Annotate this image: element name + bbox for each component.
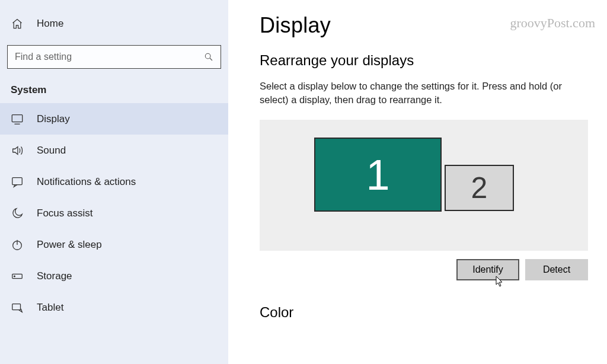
tablet-icon (11, 301, 24, 314)
sidebar-item-label: Sound (37, 145, 66, 157)
sound-icon (11, 144, 24, 157)
sidebar-item-label: Power & sleep (37, 239, 102, 251)
detect-button-label: Detect (543, 264, 570, 275)
storage-icon (11, 270, 24, 283)
display-arrangement-canvas[interactable]: 1 2 (260, 120, 588, 251)
monitor-1[interactable]: 1 (314, 138, 442, 212)
power-icon (11, 238, 24, 251)
home-label: Home (37, 18, 63, 30)
color-heading: Color (260, 304, 595, 321)
sidebar-item-label: Notifications & actions (37, 176, 136, 188)
sidebar-item-label: Display (37, 113, 70, 125)
rearrange-description: Select a display below to change the set… (260, 79, 592, 107)
sidebar-item-notifications[interactable]: Notifications & actions (0, 166, 228, 197)
sidebar-item-power-sleep[interactable]: Power & sleep (0, 229, 228, 260)
display-button-row: Identify Detect (260, 259, 588, 280)
sidebar-item-label: Focus assist (37, 207, 92, 219)
svg-line-1 (210, 58, 212, 60)
home-icon (11, 17, 24, 30)
watermark: groovyPost.com (510, 15, 595, 31)
sidebar-item-label: Storage (37, 270, 72, 282)
svg-rect-2 (12, 114, 22, 122)
identify-button[interactable]: Identify (456, 259, 519, 280)
detect-button[interactable]: Detect (525, 259, 588, 280)
notifications-icon (11, 175, 24, 189)
rearrange-heading: Rearrange your displays (260, 52, 595, 69)
settings-sidebar: Home Find a setting System Display (0, 0, 229, 364)
search-icon (204, 52, 213, 62)
svg-point-8 (14, 276, 15, 277)
cursor-icon (496, 276, 504, 288)
home-link[interactable]: Home (0, 11, 228, 37)
search-input[interactable]: Find a setting (7, 45, 221, 69)
sidebar-item-tablet[interactable]: Tablet (0, 292, 228, 323)
monitor-2[interactable]: 2 (445, 165, 514, 211)
sidebar-item-display[interactable]: Display (0, 103, 228, 135)
focus-assist-icon (11, 207, 24, 220)
search-placeholder: Find a setting (15, 52, 72, 62)
svg-rect-9 (12, 304, 21, 309)
svg-point-0 (205, 53, 210, 59)
sidebar-item-label: Tablet (37, 302, 63, 314)
sidebar-item-storage[interactable]: Storage (0, 260, 228, 292)
main-content: Display groovyPost.com Rearrange your di… (229, 0, 607, 364)
sidebar-item-sound[interactable]: Sound (0, 135, 228, 166)
svg-rect-4 (12, 177, 23, 184)
sidebar-item-focus-assist[interactable]: Focus assist (0, 197, 228, 229)
sidebar-section-title: System (0, 69, 228, 103)
display-icon (11, 113, 24, 126)
identify-button-label: Identify (472, 264, 503, 275)
sidebar-nav: Display Sound Notifications & actions (0, 103, 228, 323)
